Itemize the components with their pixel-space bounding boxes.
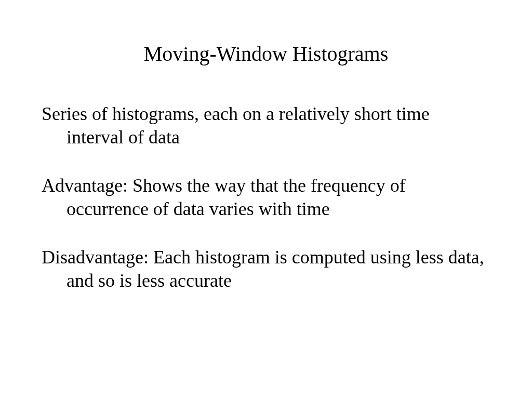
body-paragraph: Disadvantage: Each histogram is computed… (42, 246, 490, 292)
body-paragraph: Series of histograms, each on a relative… (42, 102, 490, 149)
body-paragraph: Advantage: Shows the way that the freque… (42, 174, 490, 221)
slide-title: Moving-Window Histograms (42, 42, 490, 66)
